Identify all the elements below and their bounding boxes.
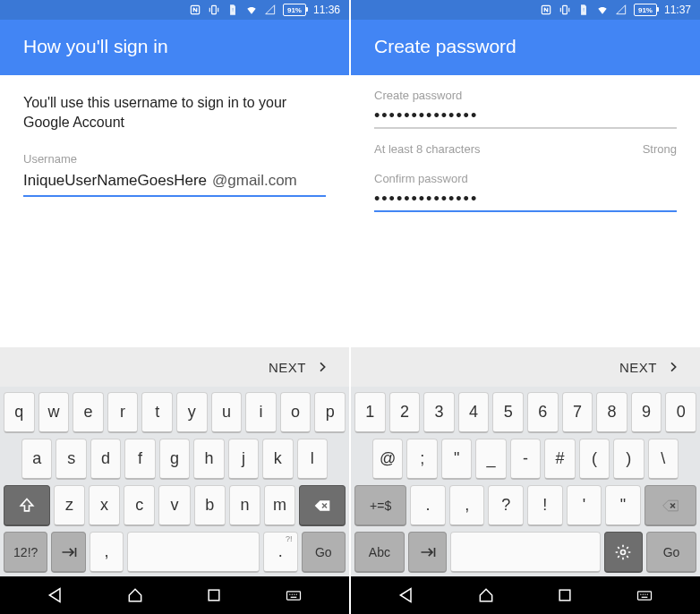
key-backslash[interactable]: \ [648, 439, 679, 480]
confirm-password-input[interactable]: •••••••••••••• [374, 191, 677, 212]
key-dquote[interactable]: " [605, 485, 641, 526]
key-underscore[interactable]: _ [475, 439, 506, 480]
period-key[interactable]: . ?! [263, 532, 297, 573]
key-g[interactable]: g [159, 439, 190, 480]
backspace-icon [313, 497, 331, 515]
key-v[interactable]: v [158, 485, 190, 526]
comma-key[interactable]: , [90, 532, 124, 573]
key-apostrophe[interactable]: ' [567, 485, 602, 526]
nav-recent-icon[interactable] [556, 586, 574, 604]
key-8[interactable]: 8 [596, 392, 627, 433]
svg-point-13 [621, 550, 626, 554]
nav-keyboard-icon[interactable] [285, 586, 303, 604]
create-password-input[interactable]: •••••••••••••• [374, 107, 677, 129]
key-s[interactable]: s [55, 439, 86, 480]
key-row-2: a s d f g h j k l [4, 439, 346, 480]
next-bar[interactable]: NEXT [0, 347, 349, 387]
key-m[interactable]: m [264, 485, 295, 526]
key-z[interactable]: z [54, 485, 85, 526]
key-x[interactable]: x [89, 485, 120, 526]
key-d[interactable]: d [90, 439, 121, 480]
key-b[interactable]: b [194, 485, 226, 526]
key-y[interactable]: y [176, 392, 208, 433]
svg-point-7 [294, 594, 295, 595]
signal-icon [264, 4, 277, 16]
tab-key[interactable] [51, 532, 85, 573]
key-u[interactable]: u [211, 392, 243, 433]
chevron-right-icon [315, 360, 329, 374]
go-key[interactable]: Go [302, 532, 346, 573]
username-input-row[interactable]: IniqueUserNameGoesHere @gmail.com [23, 171, 326, 197]
key-comma[interactable]: , [449, 485, 485, 526]
key-9[interactable]: 9 [631, 392, 662, 433]
key-6[interactable]: 6 [527, 392, 559, 433]
key-0[interactable]: 0 [665, 392, 696, 433]
backspace-key[interactable] [645, 485, 696, 526]
username-label: Username [23, 151, 326, 167]
key-question[interactable]: ? [488, 485, 524, 526]
mode-sym-key[interactable]: +=$ [354, 485, 406, 526]
nav-bar [0, 576, 349, 614]
nav-back-icon[interactable] [397, 586, 415, 604]
key-w[interactable]: w [38, 392, 70, 433]
svg-rect-3 [209, 590, 219, 601]
key-dash[interactable]: - [510, 439, 541, 480]
key-n[interactable]: n [229, 485, 260, 526]
key-4[interactable]: 4 [458, 392, 490, 433]
key-j[interactable]: j [228, 439, 259, 480]
key-hash[interactable]: # [544, 439, 575, 480]
key-rparen[interactable]: ) [613, 439, 644, 480]
space-key[interactable] [450, 532, 601, 573]
wifi-icon [596, 4, 609, 16]
username-input[interactable]: IniqueUserNameGoesHere [23, 171, 207, 192]
svg-point-16 [640, 594, 641, 595]
nav-keyboard-icon[interactable] [636, 586, 653, 604]
key-e[interactable]: e [73, 392, 104, 433]
shift-key[interactable] [4, 485, 50, 526]
create-password-label: Create password [374, 88, 677, 104]
content-area: Create password •••••••••••••• At least … [351, 75, 700, 347]
key-row-4: Abc Go [354, 532, 696, 573]
key-l[interactable]: l [297, 439, 328, 480]
key-h[interactable]: h [193, 439, 224, 480]
key-7[interactable]: 7 [562, 392, 593, 433]
nav-home-icon[interactable] [126, 586, 144, 604]
nav-home-icon[interactable] [477, 586, 495, 604]
key-5[interactable]: 5 [492, 392, 524, 433]
keyboard: q w e r t y u i o p a s d f g h j k l [0, 387, 349, 576]
key-q[interactable]: q [4, 392, 35, 433]
key-f[interactable]: f [124, 439, 155, 480]
key-2[interactable]: 2 [389, 392, 421, 433]
mode-key[interactable]: 12!? [4, 532, 47, 573]
key-k[interactable]: k [262, 439, 293, 480]
key-t[interactable]: t [141, 392, 173, 433]
key-1[interactable]: 1 [354, 392, 386, 433]
nav-recent-icon[interactable] [205, 586, 223, 604]
key-3[interactable]: 3 [423, 392, 455, 433]
key-period[interactable]: . [410, 485, 446, 526]
settings-key[interactable] [604, 532, 643, 573]
key-p[interactable]: p [314, 392, 346, 433]
space-key[interactable] [127, 532, 260, 573]
key-c[interactable]: c [124, 485, 155, 526]
tab-key[interactable] [408, 532, 447, 573]
key-i[interactable]: i [245, 392, 277, 433]
key-quote[interactable]: " [441, 439, 472, 480]
status-icons: ! 91% [189, 4, 306, 16]
go-key[interactable]: Go [646, 532, 696, 573]
key-o[interactable]: o [280, 392, 312, 433]
key-row-1: 1 2 3 4 5 6 7 8 9 0 [354, 392, 696, 433]
key-a[interactable]: a [21, 439, 52, 480]
key-semicolon[interactable]: ; [406, 439, 437, 480]
nav-back-icon[interactable] [47, 586, 64, 604]
key-lparen[interactable]: ( [579, 439, 610, 480]
next-bar[interactable]: NEXT [351, 347, 700, 387]
content-area: You'll use this username to sign in to y… [0, 75, 349, 347]
key-at[interactable]: @ [372, 439, 403, 480]
mode-abc-key[interactable]: Abc [354, 532, 405, 573]
backspace-key[interactable] [299, 485, 346, 526]
key-exclaim[interactable]: ! [527, 485, 563, 526]
svg-rect-20 [641, 597, 647, 598]
svg-rect-1 [212, 5, 217, 13]
key-r[interactable]: r [107, 392, 139, 433]
